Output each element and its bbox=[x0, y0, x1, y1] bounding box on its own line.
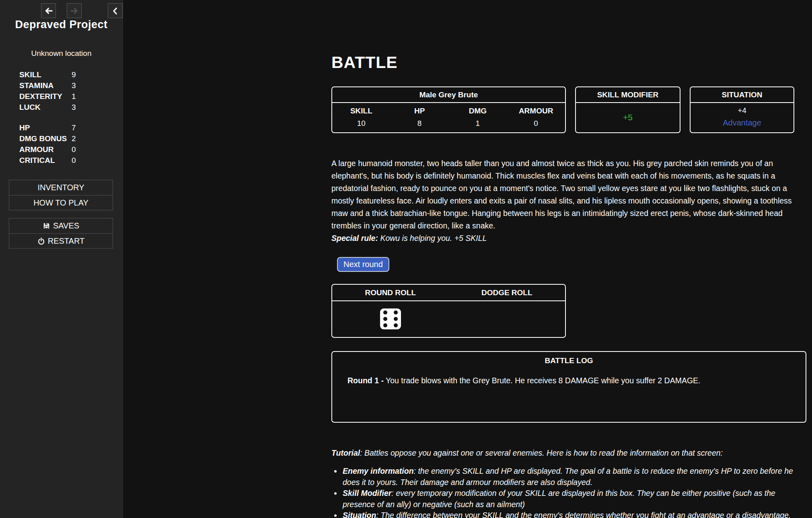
stat-row: ARMOUR 0 bbox=[19, 144, 112, 155]
dodge-roll-cell bbox=[449, 301, 565, 336]
tutorial-intro-label: Tutorial bbox=[331, 448, 360, 457]
location-label: Unknown location bbox=[0, 49, 123, 58]
stat-value: 0 bbox=[72, 156, 76, 165]
battle-log-title: BATTLE LOG bbox=[332, 356, 806, 365]
enemy-stat-header: SKILL bbox=[332, 107, 391, 115]
stat-row: SKILL 9 bbox=[19, 69, 112, 80]
back-arrow-icon bbox=[44, 6, 53, 16]
situation-status: Advantage bbox=[691, 118, 793, 127]
secondary-stats: HP 7 DMG BONUS 2 ARMOUR 0 CRITICAL 0 bbox=[19, 122, 112, 166]
tutorial-intro: Tutorial: Battles oppose you against one… bbox=[331, 448, 806, 458]
tutorial-intro-text: : Battles oppose you against one or seve… bbox=[360, 448, 723, 457]
enemy-stat: SKILL 10 bbox=[332, 103, 391, 128]
stat-label: SKILL bbox=[19, 70, 72, 79]
tutorial-list: Enemy information: the enemy's SKILL and… bbox=[331, 466, 806, 518]
stat-row: LUCK 3 bbox=[19, 102, 112, 113]
floppy-disk-icon bbox=[43, 222, 50, 230]
stat-label: STAMINA bbox=[19, 81, 72, 90]
enemy-stat-value: 1 bbox=[449, 119, 507, 128]
enemy-stat-header: DMG bbox=[449, 107, 507, 115]
stat-label: DMG BONUS bbox=[19, 134, 72, 143]
enemy-stat: DMG 1 bbox=[449, 103, 507, 128]
round-roll-cell bbox=[332, 301, 449, 336]
dodge-roll-header: DODGE ROLL bbox=[449, 285, 565, 300]
inventory-button[interactable]: INVENTORY bbox=[9, 180, 113, 195]
enemy-stat-header: HP bbox=[391, 107, 449, 115]
enemy-stat: ARMOUR 0 bbox=[507, 103, 565, 128]
situation-title: SITUATION bbox=[691, 87, 793, 103]
stat-label: CRITICAL bbox=[19, 156, 72, 165]
sidebar-nav-group: INVENTORY HOW TO PLAY bbox=[9, 180, 113, 210]
situation-value: +4 bbox=[691, 106, 793, 115]
battle-log: BATTLE LOG Round 1 - You trade blows wit… bbox=[331, 351, 806, 423]
history-forward-button[interactable] bbox=[67, 3, 82, 18]
enemy-stat-value: 8 bbox=[391, 119, 449, 128]
saves-button[interactable]: SAVES bbox=[9, 218, 113, 233]
tutorial-item: Skill Modifier: every temporary modifica… bbox=[342, 488, 806, 510]
stat-value: 9 bbox=[72, 70, 76, 79]
tutorial-item: Enemy information: the enemy's SKILL and… bbox=[342, 466, 806, 488]
skill-modifier-value: +5 bbox=[576, 113, 680, 122]
die-six-icon bbox=[380, 308, 401, 329]
tutorial-item-text: : The difference between your SKILL and … bbox=[343, 511, 791, 518]
enemy-stat-value: 0 bbox=[507, 119, 565, 128]
enemy-name: Male Grey Brute bbox=[332, 87, 565, 103]
battle-log-round-label: Round 1 - bbox=[347, 376, 384, 385]
stat-value: 2 bbox=[72, 134, 76, 143]
how-to-play-button-label: HOW TO PLAY bbox=[33, 198, 88, 208]
enemy-stat: HP 8 bbox=[391, 103, 449, 128]
special-rule-text: Kowu is helping you. +5 SKILL bbox=[378, 234, 487, 243]
roll-card-body bbox=[332, 301, 565, 336]
enemy-stat-header: ARMOUR bbox=[507, 107, 565, 115]
stat-value: 3 bbox=[72, 81, 76, 90]
restart-button-label: RESTART bbox=[48, 236, 85, 246]
tutorial-item-text: : every temporary modification of your S… bbox=[343, 489, 775, 509]
stat-row: STAMINA 3 bbox=[19, 80, 112, 91]
special-rule: Special rule: Kowu is helping you. +5 SK… bbox=[331, 234, 487, 243]
how-to-play-button[interactable]: HOW TO PLAY bbox=[9, 195, 113, 210]
tutorial-item-label: Skill Modifier bbox=[343, 489, 391, 497]
enemy-info-card: Male Grey Brute SKILL 10 HP 8 DMG 1 bbox=[331, 86, 566, 133]
forward-arrow-icon bbox=[70, 6, 79, 16]
battle-log-round-text: You trade blows with the Grey Brute. He … bbox=[384, 376, 701, 385]
enemy-stats: SKILL 10 HP 8 DMG 1 ARMOUR 0 bbox=[332, 103, 565, 128]
stat-value: 1 bbox=[72, 92, 76, 101]
tutorial-item-label: Situation bbox=[343, 511, 376, 518]
battle-info-row: Male Grey Brute SKILL 10 HP 8 DMG 1 bbox=[331, 86, 794, 133]
app-screen: Depraved Project Unknown location SKILL … bbox=[0, 0, 812, 518]
page-title: BATTLE bbox=[331, 53, 398, 72]
stat-row: CRITICAL 0 bbox=[19, 155, 112, 166]
history-back-button[interactable] bbox=[41, 3, 56, 18]
inventory-button-label: INVENTORY bbox=[38, 183, 84, 192]
skill-modifier-card: SKILL MODIFIER +5 bbox=[575, 86, 680, 133]
primary-stats: SKILL 9 STAMINA 3 DEXTERITY 1 LUCK 3 bbox=[19, 69, 112, 113]
stat-label: HP bbox=[19, 123, 72, 132]
collapse-sidebar-button[interactable] bbox=[108, 3, 123, 18]
situation-card: SITUATION +4 Advantage bbox=[690, 86, 794, 133]
stat-label: LUCK bbox=[19, 103, 72, 112]
skill-modifier-title: SKILL MODIFIER bbox=[576, 87, 680, 103]
stat-row: DEXTERITY 1 bbox=[19, 91, 112, 102]
roll-card: ROUND ROLL DODGE ROLL bbox=[331, 284, 566, 338]
saves-button-label: SAVES bbox=[53, 221, 79, 230]
stat-row: DMG BONUS 2 bbox=[19, 133, 112, 144]
stat-label: DEXTERITY bbox=[19, 92, 72, 101]
stat-value: 7 bbox=[72, 123, 76, 132]
tutorial-section: Tutorial: Battles oppose you against one… bbox=[331, 448, 806, 518]
tutorial-item-label: Enemy information bbox=[343, 467, 414, 475]
sidebar-system-group: SAVES RESTART bbox=[9, 218, 113, 249]
stat-value: 3 bbox=[72, 103, 76, 112]
collapse-sidebar-icon bbox=[111, 6, 120, 16]
restart-button[interactable]: RESTART bbox=[9, 233, 113, 248]
app-title: Depraved Project bbox=[0, 18, 123, 31]
special-rule-label: Special rule: bbox=[331, 234, 378, 243]
sidebar: Depraved Project Unknown location SKILL … bbox=[0, 0, 123, 518]
battle-log-entry: Round 1 - You trade blows with the Grey … bbox=[332, 376, 806, 385]
stat-row: HP 7 bbox=[19, 122, 112, 133]
enemy-description: A large humanoid monster, two heads tall… bbox=[331, 157, 802, 232]
round-roll-header: ROUND ROLL bbox=[332, 285, 449, 300]
roll-card-header: ROUND ROLL DODGE ROLL bbox=[332, 285, 565, 301]
next-round-button[interactable]: Next round bbox=[337, 257, 389, 272]
stat-label: ARMOUR bbox=[19, 145, 72, 154]
enemy-stat-value: 10 bbox=[332, 119, 391, 128]
